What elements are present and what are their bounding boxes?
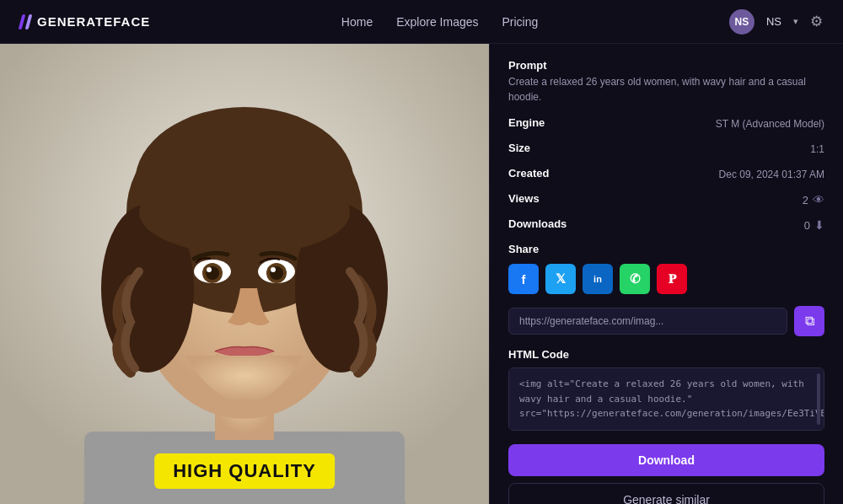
views-count: 2 [803, 194, 808, 206]
size-value: 1:1 [810, 142, 824, 157]
downloads-row: Downloads 0 ⬇ [508, 217, 824, 233]
nav-explore[interactable]: Explore Images [396, 15, 478, 29]
size-label: Size [508, 142, 530, 154]
html-code-section: HTML Code <img alt="Create a relaxed 26 … [508, 348, 824, 431]
face-image-container [0, 44, 489, 504]
generate-similar-button[interactable]: Generate similar [508, 483, 824, 504]
size-row: Size 1:1 [508, 142, 824, 157]
nav-right: NS NS ▾ ⚙ [729, 9, 823, 35]
share-buttons: f 𝕏 in ✆ 𝐏 [508, 264, 824, 294]
download-count-icon: ⬇ [814, 218, 824, 232]
logo-icon [20, 14, 30, 29]
created-row: Created Dec 09, 2024 01:37 AM [508, 167, 824, 182]
created-value: Dec 09, 2024 01:37 AM [719, 167, 824, 182]
share-pinterest-button[interactable]: 𝐏 [657, 264, 687, 294]
svg-point-14 [207, 267, 212, 272]
share-facebook-button[interactable]: f [508, 264, 539, 294]
download-button[interactable]: Download [508, 444, 824, 476]
share-linkedin-button[interactable]: in [583, 264, 613, 294]
prompt-value: Create a relaxed 26 years old women, wit… [508, 74, 824, 105]
code-scrollbar [817, 373, 820, 425]
main-content: HIGH QUALITY Prompt Create a relaxed 26 … [0, 44, 843, 504]
svg-point-10 [139, 170, 350, 255]
avatar[interactable]: NS [729, 9, 754, 35]
share-section: Share f 𝕏 in ✆ 𝐏 [508, 243, 824, 294]
user-name: NS [766, 15, 781, 28]
share-label: Share [508, 243, 824, 255]
share-whatsapp-button[interactable]: ✆ [620, 264, 650, 294]
nav-links: Home Explore Images Pricing [341, 15, 538, 29]
prompt-section: Prompt Create a relaxed 26 years old wom… [508, 59, 824, 105]
url-input[interactable] [508, 308, 787, 335]
engine-row: Engine ST M (Advanced Model) [508, 116, 824, 131]
html-code-block: <img alt="Create a relaxed 26 years old … [508, 367, 824, 431]
engine-value: ST M (Advanced Model) [716, 116, 824, 131]
share-twitter-button[interactable]: 𝕏 [545, 264, 576, 294]
nav-pricing[interactable]: Pricing [502, 15, 539, 29]
downloads-count: 0 [804, 219, 810, 232]
created-label: Created [508, 167, 549, 180]
url-row: ⧉ [508, 306, 824, 336]
navbar: GENERATEFACE Home Explore Images Pricing… [0, 0, 843, 44]
html-code-text: <img alt="Create a relaxed 26 years old … [519, 378, 824, 419]
image-panel: HIGH QUALITY [0, 44, 489, 504]
nav-home[interactable]: Home [341, 15, 373, 29]
quality-badge: HIGH QUALITY [154, 453, 335, 489]
logo-text: GENERATEFACE [37, 14, 150, 29]
views-label: Views [508, 192, 540, 205]
face-svg [0, 44, 489, 504]
downloads-label: Downloads [508, 217, 566, 230]
details-panel: Prompt Create a relaxed 26 years old wom… [489, 44, 843, 504]
copy-url-button[interactable]: ⧉ [794, 306, 824, 336]
gear-icon[interactable]: ⚙ [810, 13, 823, 30]
engine-label: Engine [508, 116, 545, 129]
prompt-label: Prompt [508, 59, 824, 72]
views-row: Views 2 👁 [508, 192, 824, 207]
chevron-down-icon[interactable]: ▾ [793, 16, 798, 27]
logo[interactable]: GENERATEFACE [20, 14, 150, 29]
html-label: HTML Code [508, 348, 824, 361]
downloads-right: 0 ⬇ [804, 218, 824, 232]
eye-icon: 👁 [813, 193, 824, 206]
views-right: 2 👁 [803, 193, 824, 206]
svg-point-18 [271, 267, 276, 272]
